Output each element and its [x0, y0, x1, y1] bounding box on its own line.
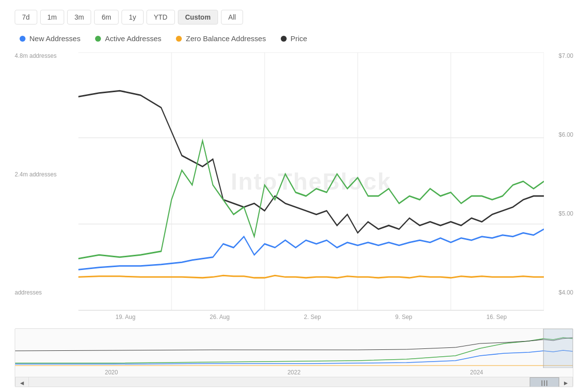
scroll-thumb-grip: [541, 380, 547, 386]
y-axis-left: 4.8m addresses 2.4m addresses addresses: [15, 52, 78, 311]
y-right-400: $4.00: [544, 289, 573, 296]
scroll-track: [29, 377, 559, 388]
mini-chart-container: 2020 2022 2024 ◀ ▶: [15, 328, 573, 387]
x-label-2: 26. Aug: [210, 314, 230, 320]
x-label-5: 16. Sep: [487, 314, 507, 320]
legend-price[interactable]: Price: [281, 34, 307, 43]
scroll-left-btn[interactable]: ◀: [15, 377, 29, 388]
main-container: 7d 1m 3m 6m 1y YTD Custom All New Addres…: [0, 0, 588, 392]
x-label-1: 19. Aug: [116, 314, 136, 320]
legend-label-price: Price: [291, 34, 307, 43]
grip-line-1: [541, 380, 542, 386]
y-label-bot: addresses: [15, 289, 78, 296]
chart-body: IntoTheBlock: [78, 52, 544, 311]
scroll-thumb[interactable]: [530, 377, 559, 388]
btn-custom[interactable]: Custom: [178, 10, 218, 24]
x-axis: 19. Aug 26. Aug 2. Sep 9. Sep 16. Sep: [78, 311, 544, 323]
legend-label-new: New Addresses: [29, 34, 80, 43]
main-chart-svg: [78, 52, 544, 310]
btn-6m[interactable]: 6m: [94, 10, 118, 24]
mini-chart-svg: [15, 329, 573, 368]
grip-line-3: [546, 380, 547, 386]
mini-scrollbar: ◀ ▶: [15, 377, 573, 387]
legend-dot-new: [20, 36, 25, 42]
mini-x-2022: 2022: [288, 369, 301, 376]
legend-dot-active: [95, 36, 101, 42]
y-right-600: $6.00: [544, 131, 573, 138]
x-label-4: 9. Sep: [395, 314, 413, 320]
legend-dot-price: [281, 36, 287, 42]
mini-x-2024: 2024: [470, 369, 483, 376]
y-label-mid: 2.4m addresses: [15, 171, 78, 178]
legend-label-active: Active Addresses: [105, 34, 161, 43]
y-right-500: $5.00: [544, 210, 573, 217]
btn-all[interactable]: All: [221, 10, 244, 24]
grip-line-2: [544, 380, 545, 386]
chart-legend: New Addresses Active Addresses Zero Bala…: [15, 34, 573, 43]
legend-active-addresses[interactable]: Active Addresses: [95, 34, 161, 43]
btn-ytd[interactable]: YTD: [147, 10, 175, 24]
y-axis-right: $7.00 $6.00 $5.00 $4.00: [544, 52, 573, 311]
y-right-700: $7.00: [544, 52, 573, 59]
time-range-bar: 7d 1m 3m 6m 1y YTD Custom All: [15, 10, 573, 24]
btn-1m[interactable]: 1m: [40, 10, 64, 24]
legend-zero-balance[interactable]: Zero Balance Addresses: [176, 34, 266, 43]
main-chart: 4.8m addresses 2.4m addresses addresses …: [15, 52, 573, 311]
btn-1y[interactable]: 1y: [122, 10, 144, 24]
svg-rect-9: [543, 329, 573, 368]
legend-dot-zero: [176, 36, 182, 42]
mini-x-axis: 2020 2022 2024: [15, 368, 573, 377]
legend-label-zero: Zero Balance Addresses: [186, 34, 266, 43]
y-label-top: 4.8m addresses: [15, 52, 78, 59]
legend-new-addresses[interactable]: New Addresses: [20, 34, 80, 43]
x-label-3: 2. Sep: [304, 314, 321, 320]
btn-7d[interactable]: 7d: [15, 10, 37, 24]
mini-x-2020: 2020: [105, 369, 118, 376]
btn-3m[interactable]: 3m: [67, 10, 91, 24]
chart-area: 4.8m addresses 2.4m addresses addresses …: [15, 52, 573, 387]
scroll-right-btn[interactable]: ▶: [559, 377, 573, 388]
